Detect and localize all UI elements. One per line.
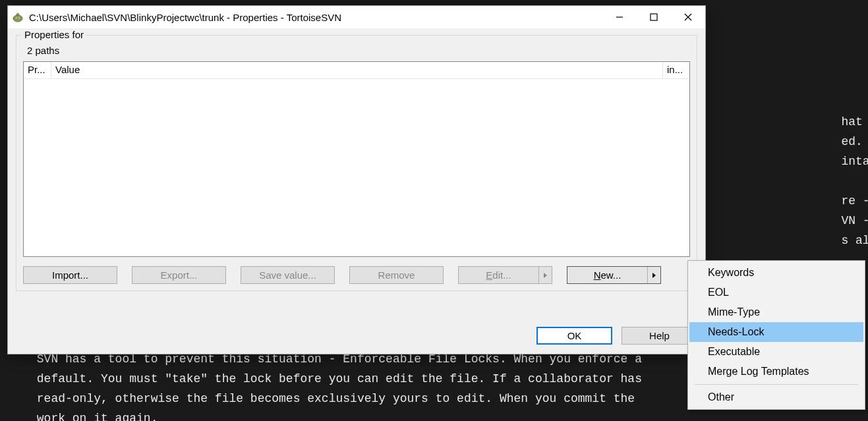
- column-inherited[interactable]: in...: [663, 62, 689, 78]
- close-button[interactable]: [671, 6, 705, 28]
- svg-point-0: [13, 15, 22, 22]
- menu-item-other[interactable]: Other: [689, 387, 863, 407]
- svg-point-1: [16, 17, 17, 18]
- menu-item-needs-lock[interactable]: Needs-Lock: [689, 322, 863, 342]
- paths-count-label: 2 paths: [27, 45, 690, 56]
- action-button-row: Import... Export... Save value... Remove…: [23, 266, 690, 284]
- dialog-button-row: OK Help: [16, 327, 697, 345]
- remove-button: Remove: [349, 266, 444, 284]
- window-controls: [602, 6, 705, 28]
- edit-button: Edit...: [458, 266, 552, 284]
- edit-button-label: Edit...: [486, 269, 511, 281]
- menu-item-executable[interactable]: Executable: [689, 342, 863, 362]
- new-button-label: New...: [594, 269, 622, 281]
- ok-button[interactable]: OK: [536, 327, 612, 345]
- list-body[interactable]: [24, 79, 689, 256]
- svg-point-2: [18, 17, 20, 18]
- properties-list[interactable]: Pr... Value in...: [23, 61, 690, 257]
- minimize-button[interactable]: [602, 6, 637, 28]
- group-legend: Properties for: [22, 29, 86, 40]
- menu-item-keywords[interactable]: Keywords: [689, 263, 863, 283]
- menu-item-mime-type[interactable]: Mime-Type: [689, 302, 863, 322]
- save-value-button: Save value...: [241, 266, 335, 284]
- column-property[interactable]: Pr...: [24, 62, 51, 78]
- titlebar[interactable]: C:\Users\Michael\SVN\BlinkyProjectwc\tru…: [8, 6, 705, 28]
- maximize-button[interactable]: [637, 6, 671, 28]
- edit-dropdown-icon: [538, 267, 552, 283]
- menu-separator: [695, 384, 858, 385]
- menu-item-merge-log-templates[interactable]: Merge Log Templates: [689, 362, 863, 381]
- export-button: Export...: [132, 266, 226, 284]
- list-header[interactable]: Pr... Value in...: [24, 62, 689, 79]
- menu-item-eol[interactable]: EOL: [689, 283, 863, 302]
- tortoisesvn-icon: [12, 11, 24, 23]
- new-dropdown-icon[interactable]: [647, 267, 660, 283]
- window-title: C:\Users\Michael\SVN\BlinkyProjectwc\tru…: [29, 12, 602, 23]
- help-button[interactable]: Help: [622, 327, 697, 345]
- properties-for-group: Properties for 2 paths Pr... Value in...…: [16, 35, 697, 291]
- import-button[interactable]: Import...: [23, 266, 117, 284]
- new-button[interactable]: New...: [567, 266, 661, 284]
- new-property-menu: KeywordsEOLMime-TypeNeeds-LockExecutable…: [687, 260, 865, 410]
- svg-rect-4: [651, 14, 657, 20]
- client-area: Properties for 2 paths Pr... Value in...…: [8, 28, 705, 354]
- column-value[interactable]: Value: [51, 62, 663, 78]
- properties-dialog: C:\Users\Michael\SVN\BlinkyProjectwc\tru…: [7, 5, 706, 354]
